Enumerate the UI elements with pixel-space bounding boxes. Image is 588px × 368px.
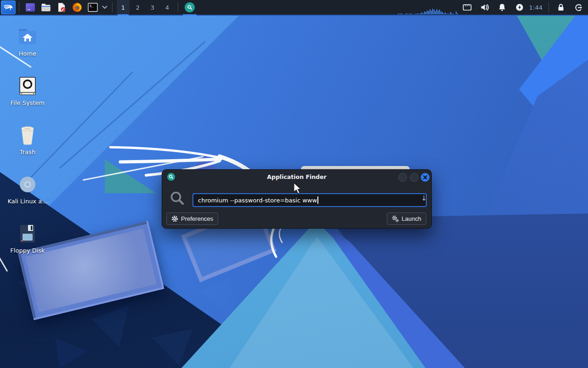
desktop-icon-file-system[interactable]: File System xyxy=(6,75,50,106)
launch-button[interactable]: Launch xyxy=(387,213,426,225)
logout-icon[interactable] xyxy=(573,2,583,12)
floppy-icon xyxy=(17,223,39,245)
window-title: Application Finder xyxy=(162,173,431,180)
applications-menu-button[interactable] xyxy=(1,0,16,14)
cpu-graph-bar xyxy=(427,11,428,14)
launcher-text-editor[interactable] xyxy=(56,1,68,13)
home-folder-icon xyxy=(17,26,39,48)
workspace-1[interactable]: 1 xyxy=(117,0,130,15)
drive-icon xyxy=(17,75,39,97)
svg-text:$_: $_ xyxy=(90,4,94,8)
preferences-button-label: Preferences xyxy=(181,215,213,222)
file-manager-icon xyxy=(40,2,51,13)
cpu-graph-bar xyxy=(421,12,422,14)
cpu-graph-bar xyxy=(412,14,413,14)
cpu-graph-bar xyxy=(414,14,415,14)
desktop-icon-label: Trash xyxy=(6,149,50,155)
cpu-graph-bar xyxy=(447,13,448,14)
command-input[interactable]: chromium --password-store=basic www xyxy=(192,193,427,207)
trash-icon xyxy=(17,124,39,146)
cpu-graph-bar xyxy=(439,10,440,14)
panel-separator xyxy=(19,2,19,12)
cpu-graph-bar xyxy=(452,13,452,14)
cpu-graph-bar xyxy=(428,11,429,14)
clock[interactable]: 1:44 xyxy=(529,4,543,11)
desktop-icon-label: File System xyxy=(6,99,50,106)
magnifier-icon xyxy=(185,2,195,12)
workspace-2[interactable]: 2 xyxy=(131,0,144,15)
cpu-graph-bar xyxy=(430,9,430,14)
cpu-graph-bar xyxy=(438,11,439,14)
notifications-bell-icon[interactable] xyxy=(497,2,507,12)
application-finder-window: Application Finder chromium --password-s… xyxy=(162,169,432,229)
lock-icon[interactable] xyxy=(556,2,566,12)
cpu-graph-bar xyxy=(457,13,458,14)
cpu-graph-bar xyxy=(410,13,411,14)
cpu-graph-bar xyxy=(417,13,418,14)
cpu-graph-bar xyxy=(436,9,437,14)
disc-icon xyxy=(17,173,39,196)
cpu-graph-bar xyxy=(453,14,454,14)
desktop-icon-label: Floppy Disk xyxy=(6,247,50,254)
terminal-icon: $_ xyxy=(87,2,98,13)
desktop-icon-trash[interactable]: Trash xyxy=(6,124,50,155)
cpu-graph-bar xyxy=(401,13,401,14)
cpu-graph-bar xyxy=(443,13,444,14)
workspace-3[interactable]: 3 xyxy=(146,0,159,15)
execute-gears-icon xyxy=(392,215,399,222)
preferences-button[interactable]: Preferences xyxy=(166,213,218,225)
cpu-graph-bar xyxy=(432,9,433,14)
combo-dropdown-icon[interactable]: ↓ xyxy=(421,195,427,202)
launcher-window[interactable] xyxy=(24,1,36,13)
cpu-graph-bar xyxy=(424,12,425,14)
cpu-graph-bar xyxy=(446,14,447,14)
window-icon xyxy=(25,2,36,13)
cpu-graph-monitor[interactable] xyxy=(398,0,458,14)
text-caret xyxy=(317,196,318,204)
cpu-graph-bar xyxy=(425,12,426,14)
cpu-graph-bar xyxy=(449,14,450,14)
taskbar-application-finder[interactable] xyxy=(181,0,198,15)
desktop-icon-home[interactable]: Home xyxy=(6,26,50,57)
cpu-graph-bar xyxy=(398,13,399,14)
cpu-graph-bar xyxy=(418,14,419,14)
kali-desktop-screen: Home File System Trash xyxy=(0,0,588,368)
cpu-graph-bar xyxy=(402,14,403,14)
volume-icon[interactable] xyxy=(480,2,490,12)
desktop-wallpaper: Home File System Trash xyxy=(0,16,588,368)
cpu-graph-bar xyxy=(409,14,410,14)
close-button[interactable] xyxy=(421,173,430,182)
cpu-graph-bar xyxy=(434,10,435,14)
chevron-down-icon xyxy=(102,6,107,9)
maximize-button[interactable] xyxy=(410,173,418,182)
cpu-graph-bar xyxy=(405,14,406,14)
panel-separator xyxy=(178,2,178,12)
panel-separator xyxy=(548,2,549,12)
cpu-graph-bar xyxy=(406,13,407,14)
cpu-graph-bar xyxy=(442,12,443,14)
cpu-graph-bar xyxy=(423,13,424,14)
desktop-icon-kali-cd[interactable]: Kali Linux a... xyxy=(6,173,50,205)
minimize-button[interactable] xyxy=(398,173,407,182)
cpu-graph-bar xyxy=(416,14,417,14)
firefox-icon xyxy=(72,2,83,13)
cpu-graph-bar xyxy=(450,12,451,14)
mouse-cursor xyxy=(293,182,302,194)
cpu-graph-bar xyxy=(407,14,408,14)
launcher-terminal[interactable]: $_ xyxy=(87,1,99,13)
launcher-menu-chevron[interactable] xyxy=(102,1,108,13)
power-manager-icon[interactable] xyxy=(514,2,525,12)
cpu-graph-bar xyxy=(399,14,400,14)
network-icon[interactable] xyxy=(462,2,472,12)
panel-separator xyxy=(112,2,113,12)
top-panel: $_ 1 2 3 4 xyxy=(0,0,588,16)
launcher-firefox[interactable] xyxy=(71,1,83,13)
launcher-file-manager[interactable] xyxy=(40,1,52,13)
workspace-4[interactable]: 4 xyxy=(161,0,174,15)
cpu-graph-bar xyxy=(435,11,436,14)
launch-button-label: Launch xyxy=(401,215,421,222)
desktop-icon-floppy-disk[interactable]: Floppy Disk xyxy=(6,223,50,254)
cpu-graph-bar xyxy=(431,11,432,14)
cpu-graph-bar xyxy=(456,12,457,14)
desktop-icon-label: Kali Linux a... xyxy=(6,198,50,205)
